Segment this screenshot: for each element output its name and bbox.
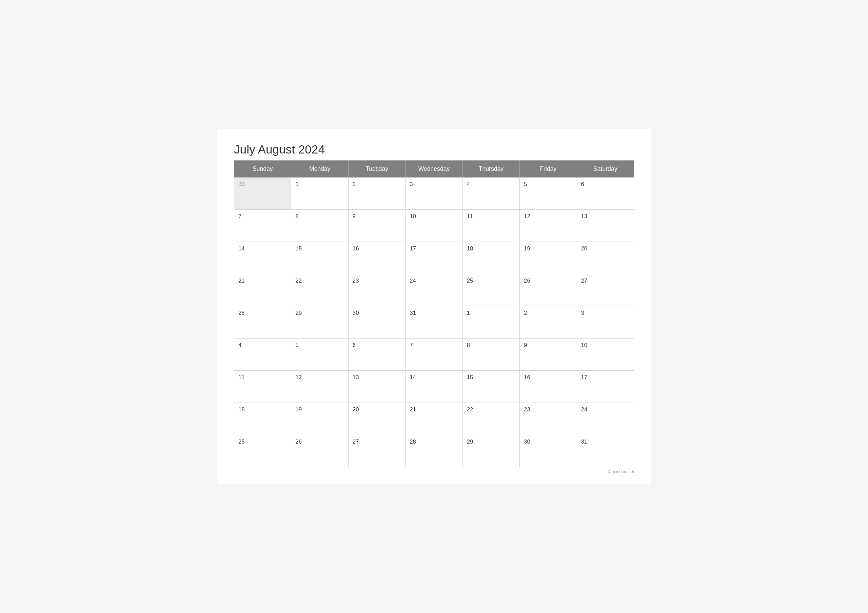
calendar-day-cell: 3 — [406, 177, 462, 209]
calendar-week-row: 14151617181920 — [234, 241, 634, 274]
calendar-day-cell: 31 — [577, 435, 634, 467]
calendar-body: 3012345678910111213141516171819202122232… — [234, 177, 634, 467]
calendar-day-cell: 5 — [520, 177, 577, 209]
calendar-day-cell: 2 — [348, 177, 405, 209]
calendar-day-cell: 14 — [234, 241, 291, 274]
calendar-day-cell: 7 — [234, 209, 291, 241]
calendar-day-cell: 29 — [291, 306, 348, 338]
calendar-day-cell: 21 — [234, 274, 291, 306]
header-cell-wednesday: Wednesday — [406, 160, 462, 177]
header-cell-sunday: Sunday — [234, 160, 291, 177]
calendar-day-cell: 27 — [348, 435, 405, 467]
calendar-day-cell: 24 — [577, 402, 634, 435]
header-cell-thursday: Thursday — [462, 160, 519, 177]
calendar-day-cell: 30 — [234, 177, 291, 209]
calendar-day-cell: 13 — [577, 209, 634, 241]
calendar-day-cell: 25 — [234, 435, 291, 467]
calendar-day-cell: 8 — [462, 338, 519, 370]
calendar-day-cell: 14 — [406, 370, 462, 402]
calendar-day-cell: 4 — [234, 338, 291, 370]
calendar-day-cell: 6 — [577, 177, 634, 209]
calendar-day-cell: 18 — [462, 241, 519, 274]
header-row: SundayMondayTuesdayWednesdayThursdayFrid… — [234, 160, 634, 177]
calendar-day-cell: 10 — [577, 338, 634, 370]
calendar-day-cell: 9 — [520, 338, 577, 370]
calendar-day-cell: 6 — [348, 338, 405, 370]
calendar-day-cell: 23 — [520, 402, 577, 435]
calendar-day-cell: 1 — [291, 177, 348, 209]
calendar-day-cell: 16 — [348, 241, 405, 274]
calendar-day-cell: 12 — [291, 370, 348, 402]
calendar-day-cell: 23 — [348, 274, 405, 306]
calendar-day-cell: 20 — [348, 402, 405, 435]
calendar-day-cell: 19 — [291, 402, 348, 435]
footer: iCalendars.net — [234, 469, 634, 474]
calendar-week-row: 11121314151617 — [234, 370, 634, 402]
calendar-day-cell: 22 — [462, 402, 519, 435]
calendar-day-cell: 24 — [406, 274, 462, 306]
calendar-day-cell: 27 — [577, 274, 634, 306]
calendar-day-cell: 21 — [406, 402, 462, 435]
calendar-day-cell: 13 — [348, 370, 405, 402]
calendar-week-row: 18192021222324 — [234, 402, 634, 435]
calendar-day-cell: 11 — [462, 209, 519, 241]
calendar-day-cell: 29 — [462, 435, 519, 467]
calendar-day-cell: 26 — [520, 274, 577, 306]
calendar-day-cell: 15 — [462, 370, 519, 402]
calendar-day-cell: 18 — [234, 402, 291, 435]
calendar-day-cell: 30 — [520, 435, 577, 467]
calendar-day-cell: 28 — [234, 306, 291, 338]
calendar-day-cell: 26 — [291, 435, 348, 467]
calendar-day-cell: 31 — [406, 306, 462, 338]
calendar-day-cell: 28 — [406, 435, 462, 467]
calendar-day-cell: 16 — [520, 370, 577, 402]
calendar-day-cell: 2 — [520, 306, 577, 338]
calendar-day-cell: 4 — [462, 177, 519, 209]
calendar-day-cell: 19 — [520, 241, 577, 274]
calendar-header: SundayMondayTuesdayWednesdayThursdayFrid… — [234, 160, 634, 177]
calendar-week-row: 21222324252627 — [234, 274, 634, 306]
calendar-day-cell: 17 — [577, 370, 634, 402]
calendar-container: July August 2024 SundayMondayTuesdayWedn… — [217, 129, 651, 484]
calendar-week-row: 45678910 — [234, 338, 634, 370]
calendar-week-row: 25262728293031 — [234, 435, 634, 467]
calendar-day-cell: 9 — [348, 209, 405, 241]
header-cell-friday: Friday — [520, 160, 577, 177]
calendar-day-cell: 15 — [291, 241, 348, 274]
header-cell-monday: Monday — [291, 160, 348, 177]
calendar-day-cell: 17 — [406, 241, 462, 274]
calendar-day-cell: 25 — [462, 274, 519, 306]
header-cell-saturday: Saturday — [577, 160, 634, 177]
header-cell-tuesday: Tuesday — [348, 160, 405, 177]
calendar-day-cell: 5 — [291, 338, 348, 370]
calendar-day-cell: 7 — [406, 338, 462, 370]
calendar-day-cell: 10 — [406, 209, 462, 241]
calendar-title: July August 2024 — [234, 142, 634, 156]
calendar-day-cell: 22 — [291, 274, 348, 306]
calendar-table: SundayMondayTuesdayWednesdayThursdayFrid… — [234, 160, 634, 467]
calendar-day-cell: 1 — [462, 306, 519, 338]
calendar-day-cell: 12 — [520, 209, 577, 241]
calendar-day-cell: 20 — [577, 241, 634, 274]
calendar-day-cell: 11 — [234, 370, 291, 402]
calendar-day-cell: 3 — [577, 306, 634, 338]
calendar-day-cell: 8 — [291, 209, 348, 241]
calendar-day-cell: 30 — [348, 306, 405, 338]
calendar-week-row: 30123456 — [234, 177, 634, 209]
calendar-week-row: 78910111213 — [234, 209, 634, 241]
calendar-week-row: 28293031123 — [234, 306, 634, 338]
